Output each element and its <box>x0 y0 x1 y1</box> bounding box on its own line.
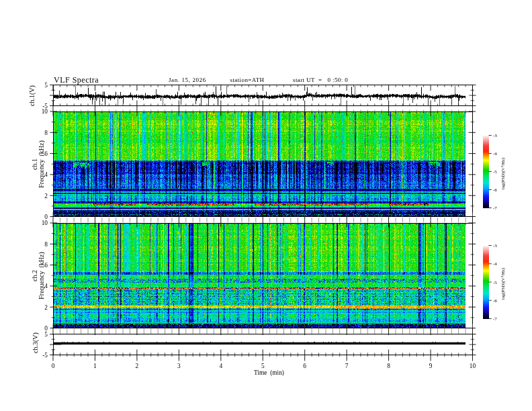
svg-text:6: 6 <box>44 150 48 157</box>
svg-text:-3: -3 <box>493 133 497 138</box>
svg-text:2: 2 <box>44 304 48 311</box>
svg-text:10: 10 <box>42 108 48 115</box>
svg-text:0: 0 <box>44 214 48 220</box>
svg-text:8: 8 <box>44 241 48 248</box>
svg-text:6: 6 <box>44 262 48 269</box>
svg-text:-4: -4 <box>493 151 497 156</box>
svg-text:5: 5 <box>44 82 48 89</box>
svg-text:-6: -6 <box>493 298 497 304</box>
svg-text:2: 2 <box>136 363 139 369</box>
svg-text:-4: -4 <box>493 261 497 267</box>
svg-text:5: 5 <box>44 331 48 338</box>
svg-text:9: 9 <box>429 363 433 369</box>
svg-text:10: 10 <box>42 220 48 226</box>
svg-text:2: 2 <box>44 193 48 199</box>
svg-text:3: 3 <box>177 363 181 369</box>
svg-text:4: 4 <box>44 283 48 289</box>
svg-text:6: 6 <box>303 363 306 369</box>
svg-text:-7: -7 <box>493 316 497 322</box>
svg-text:1: 1 <box>93 363 97 369</box>
svg-text:8: 8 <box>387 363 390 369</box>
svg-text:-5: -5 <box>493 169 497 175</box>
svg-text:Time (min): Time (min) <box>254 369 284 377</box>
svg-text:4: 4 <box>219 363 222 369</box>
svg-text:10: 10 <box>470 363 476 369</box>
svg-text:8: 8 <box>44 130 48 136</box>
svg-text:-3: -3 <box>493 243 497 248</box>
svg-text:-6: -6 <box>493 187 497 193</box>
svg-text:7: 7 <box>345 363 349 369</box>
svg-text:5: 5 <box>261 363 265 369</box>
svg-text:-5: -5 <box>493 280 497 285</box>
svg-text:4: 4 <box>44 171 48 178</box>
svg-text:0: 0 <box>52 363 55 369</box>
svg-text:-5: -5 <box>42 352 48 359</box>
svg-text:-7: -7 <box>493 205 497 211</box>
